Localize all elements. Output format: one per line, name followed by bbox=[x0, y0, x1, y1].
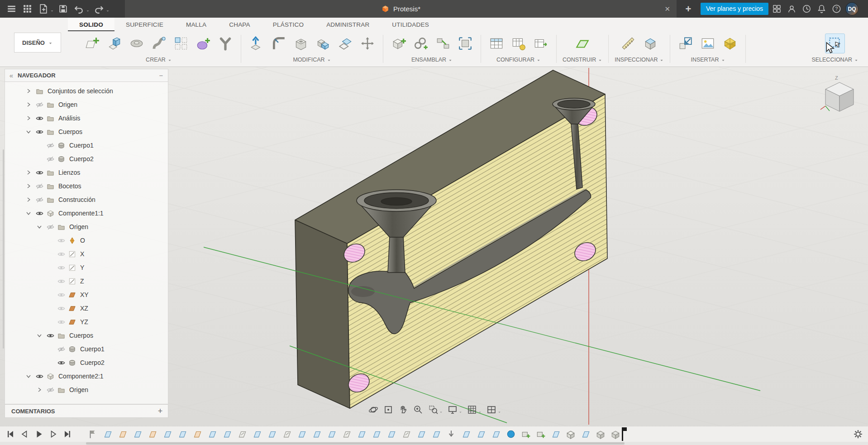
visibility-on-eye-icon[interactable] bbox=[34, 127, 45, 136]
chevron-down-icon[interactable] bbox=[458, 408, 463, 412]
expand-closed-icon[interactable] bbox=[23, 168, 34, 177]
ribbon-tab-malla[interactable]: MALLA bbox=[175, 18, 218, 31]
new-component-icon[interactable] bbox=[389, 34, 408, 53]
timeline-feature-20-doc-blue-icon[interactable] bbox=[371, 428, 382, 440]
visibility-on-eye-icon[interactable] bbox=[34, 168, 45, 177]
zoom-window-button[interactable] bbox=[428, 404, 443, 415]
ribbon-group-label[interactable]: INSERTAR bbox=[691, 57, 725, 63]
timeline-feature-14-sketch-gray-icon[interactable] bbox=[281, 428, 293, 440]
zoom-icon[interactable] bbox=[413, 404, 424, 415]
timeline-feature-18-sketch-gray-icon[interactable] bbox=[341, 428, 353, 440]
file-new-icon[interactable] bbox=[38, 3, 49, 14]
workspace-selector[interactable]: DISEÑO bbox=[14, 33, 61, 53]
insert-derive-icon[interactable] bbox=[676, 34, 695, 53]
shell-icon[interactable] bbox=[291, 34, 310, 53]
play-button[interactable] bbox=[33, 429, 44, 440]
timeline-feature-3-fillet-orange-icon[interactable] bbox=[117, 428, 129, 440]
timeline-feature-5-fillet-orange-icon[interactable] bbox=[147, 428, 158, 440]
visibility-on-eye-icon[interactable] bbox=[45, 331, 56, 340]
mold-left-face[interactable] bbox=[295, 220, 350, 408]
visibility-dim-eye-icon[interactable] bbox=[56, 249, 67, 258]
skip-end-button[interactable] bbox=[62, 429, 73, 440]
tree-item-xy[interactable]: XY bbox=[5, 288, 168, 301]
tree-item-x[interactable]: X bbox=[5, 247, 168, 261]
timeline-feature-26-doc-blue-icon[interactable] bbox=[460, 428, 472, 440]
orbit-icon[interactable] bbox=[368, 404, 379, 415]
timeline-feature-19-doc-blue-icon[interactable] bbox=[356, 428, 367, 440]
expand-open-icon[interactable] bbox=[23, 127, 34, 136]
section-analysis-icon[interactable] bbox=[641, 34, 660, 53]
look-at-icon[interactable] bbox=[383, 404, 394, 415]
ribbon-tab-superficie[interactable]: SUPERFICIE bbox=[114, 18, 175, 31]
display-settings-icon[interactable] bbox=[447, 404, 458, 415]
sprue-left-stem[interactable] bbox=[388, 235, 405, 273]
zoom-button[interactable] bbox=[413, 404, 424, 415]
visibility-dim-eye-icon[interactable] bbox=[56, 304, 67, 313]
tree-item-cuerpo2[interactable]: Cuerpo2 bbox=[5, 152, 168, 166]
tree-item-cuerpos[interactable]: Cuerpos bbox=[5, 329, 168, 342]
timeline-feature-28-doc-blue-icon[interactable] bbox=[490, 428, 502, 440]
avatar[interactable]: DQ bbox=[845, 2, 858, 15]
visibility-on-eye-icon[interactable] bbox=[34, 372, 45, 381]
ribbon-tab-pl-stico[interactable]: PLÁSTICO bbox=[262, 18, 315, 31]
tree-item-construcci-n[interactable]: Construcción bbox=[5, 193, 168, 206]
configuration-table-icon[interactable] bbox=[487, 34, 506, 53]
timeline-feature-29-sphere-cyan-icon[interactable] bbox=[505, 428, 517, 440]
timeline-feature-34-doc-blue-icon[interactable] bbox=[580, 428, 591, 440]
rectangular-pattern-icon[interactable] bbox=[172, 34, 191, 53]
tree-item-cuerpos[interactable]: Cuerpos bbox=[5, 125, 168, 139]
step-back-button[interactable] bbox=[19, 429, 30, 440]
tree-item-componente1-1[interactable]: Componente1:1 bbox=[5, 206, 168, 220]
ribbon-tab-chapa[interactable]: CHAPA bbox=[218, 18, 262, 31]
timeline-feature-12-doc-blue-icon[interactable] bbox=[251, 428, 263, 440]
timeline-feature-11-sketch-gray-icon[interactable] bbox=[236, 428, 248, 440]
timeline-feature-35-box-gray-icon[interactable] bbox=[595, 428, 606, 440]
tree-item-cuerpo1[interactable]: Cuerpo1 bbox=[5, 139, 168, 152]
split-body-icon[interactable] bbox=[216, 34, 235, 53]
timeline-feature-16-doc-blue-icon[interactable] bbox=[311, 428, 323, 440]
chevron-down-icon[interactable] bbox=[50, 7, 54, 11]
add-comment-button[interactable]: + bbox=[153, 407, 168, 416]
upgrade-button[interactable]: Ver planes y precios bbox=[701, 3, 768, 15]
help-icon[interactable]: ? bbox=[831, 4, 842, 14]
timeline-feature-1-flag-gray-icon[interactable] bbox=[87, 428, 99, 440]
insert-canvas-icon[interactable] bbox=[698, 34, 717, 53]
expand-closed-icon[interactable] bbox=[23, 195, 34, 204]
visibility-dim-eye-icon[interactable] bbox=[56, 290, 67, 299]
expand-closed-icon[interactable] bbox=[23, 100, 34, 109]
timeline-feature-7-doc-blue-icon[interactable] bbox=[176, 428, 188, 440]
ribbon-group-label[interactable]: CONSTRUIR bbox=[563, 57, 602, 63]
visibility-dim-eye-icon[interactable] bbox=[56, 236, 67, 245]
create-sketch-icon[interactable] bbox=[83, 34, 102, 53]
timeline-feature-10-doc-blue-icon[interactable] bbox=[221, 428, 233, 440]
ribbon-group-label[interactable]: CONFIGURAR bbox=[496, 57, 541, 63]
document-tab[interactable]: Protesis* ✕ bbox=[125, 0, 677, 18]
tree-item-origen[interactable]: Origen bbox=[5, 220, 168, 234]
extension-manager-icon[interactable] bbox=[772, 4, 782, 14]
look-at-button[interactable] bbox=[383, 404, 394, 415]
close-tab-button[interactable]: ✕ bbox=[664, 0, 670, 18]
app-grid-icon[interactable] bbox=[22, 3, 33, 14]
display-settings-button[interactable] bbox=[447, 404, 463, 415]
configuration-insert-icon[interactable] bbox=[531, 34, 550, 53]
timeline-feature-22-sketch-gray-icon[interactable] bbox=[401, 428, 412, 440]
timeline-feature-30-green-plus-icon[interactable] bbox=[520, 428, 532, 440]
save-icon[interactable] bbox=[57, 3, 69, 14]
comments-bar[interactable]: COMENTARIOS + bbox=[5, 404, 168, 418]
timeline-scrollbar-thumb[interactable] bbox=[86, 442, 625, 445]
extrude-icon[interactable] bbox=[105, 34, 124, 53]
tree-item-o[interactable]: O bbox=[5, 234, 168, 247]
combine-icon[interactable] bbox=[314, 34, 333, 53]
viewports-button[interactable] bbox=[486, 404, 501, 415]
zoom-window-icon[interactable] bbox=[428, 404, 439, 415]
rigid-group-icon[interactable] bbox=[456, 34, 475, 53]
redo-icon[interactable] bbox=[93, 3, 105, 14]
timeline-feature-2-doc-blue-icon[interactable] bbox=[102, 428, 114, 440]
timeline-scrollbar[interactable] bbox=[0, 442, 868, 445]
skip-start-button[interactable] bbox=[5, 429, 15, 440]
tree-item-conjuntos-de-selecci-n[interactable]: Conjuntos de selección bbox=[5, 84, 168, 98]
undo-icon[interactable] bbox=[73, 3, 85, 14]
configure-features-icon[interactable] bbox=[509, 34, 528, 53]
visibility-off-eye-icon[interactable] bbox=[45, 385, 56, 394]
expand-open-icon[interactable] bbox=[34, 331, 45, 340]
